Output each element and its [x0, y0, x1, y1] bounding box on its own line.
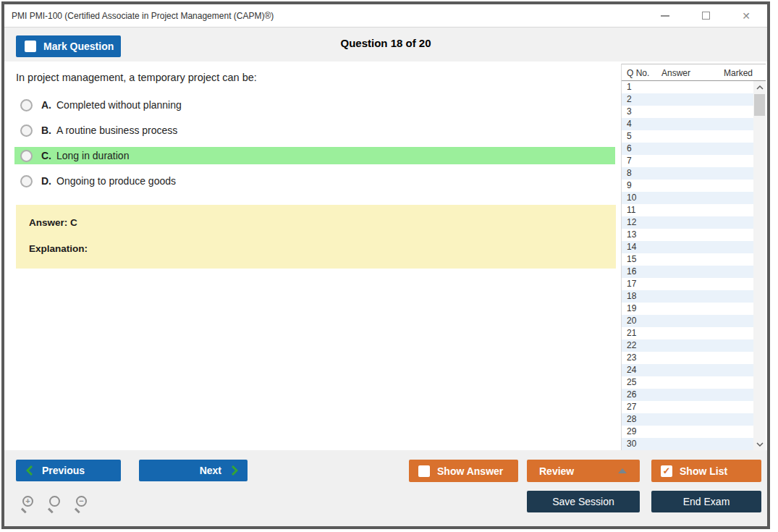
triangle-up-icon — [618, 468, 627, 473]
column-marked: Marked — [724, 68, 753, 78]
list-item[interactable]: 16 — [622, 266, 754, 278]
radio-icon[interactable] — [20, 150, 33, 162]
zoom-tools: + − — [20, 495, 90, 512]
list-item[interactable]: 8 — [622, 167, 754, 180]
question-counter: Question 18 of 20 — [4, 37, 767, 49]
next-button[interactable]: Next — [139, 460, 248, 481]
footer-bar: Previous Next Show Answer Review ✓ Show … — [4, 450, 767, 526]
list-item[interactable]: 25 — [622, 376, 754, 389]
option-text: Completed without planning — [56, 99, 182, 111]
show-answer-checkbox[interactable] — [418, 465, 430, 477]
chevron-right-icon — [232, 465, 238, 476]
list-item[interactable]: 3 — [622, 106, 754, 118]
list-item[interactable]: 26 — [622, 389, 754, 401]
radio-icon[interactable] — [20, 175, 33, 187]
list-item[interactable]: 9 — [622, 180, 754, 192]
list-item[interactable]: 18 — [622, 290, 754, 303]
zoom-out-icon[interactable]: − — [73, 495, 90, 512]
list-item[interactable]: 12 — [622, 216, 754, 229]
list-item[interactable]: 13 — [622, 229, 754, 241]
close-icon: ✕ — [742, 11, 750, 21]
list-item[interactable]: 23 — [622, 352, 754, 364]
question-list-panel: Q No. Answer Marked 12345678910111213141… — [621, 64, 766, 450]
chevron-left-icon — [26, 465, 33, 476]
option-text: Long in duration — [56, 150, 129, 161]
list-item[interactable]: 30 — [622, 438, 754, 450]
list-item[interactable]: 21 — [622, 327, 754, 339]
answer-box: Answer: C Explanation: — [16, 205, 616, 269]
maximize-icon — [702, 12, 710, 20]
question-list-scrollbar[interactable] — [753, 81, 766, 450]
explanation-label: Explanation: — [29, 243, 603, 254]
zoom-in-icon[interactable]: + — [20, 495, 37, 512]
app-window: PMI PMI-100 (Certified Associate in Proj… — [1, 1, 770, 529]
previous-label: Previous — [42, 465, 85, 476]
window-controls: ✕ — [657, 8, 754, 24]
review-label: Review — [539, 465, 574, 477]
list-item[interactable]: 29 — [622, 426, 754, 438]
answer-label: Answer: C — [29, 217, 603, 228]
option-a[interactable]: A. Completed without planning — [14, 96, 615, 114]
column-qno: Q No. — [627, 68, 649, 78]
list-item[interactable]: 24 — [622, 364, 754, 376]
end-exam-label: End Exam — [683, 496, 730, 507]
list-item[interactable]: 7 — [622, 155, 754, 167]
show-answer-label: Show Answer — [437, 465, 503, 477]
list-item[interactable]: 17 — [622, 278, 754, 290]
list-item[interactable]: 27 — [622, 401, 754, 413]
radio-icon[interactable] — [20, 124, 33, 137]
question-text: In project management, a temporary proje… — [16, 72, 257, 83]
list-item[interactable]: 11 — [622, 204, 754, 216]
option-d[interactable]: D. Ongoing to produce goods — [14, 172, 615, 190]
options-list: A. Completed without planning B. A routi… — [14, 96, 615, 198]
option-c[interactable]: C. Long in duration — [14, 147, 615, 164]
list-item[interactable]: 22 — [622, 339, 754, 352]
list-item[interactable]: 19 — [622, 303, 754, 315]
option-letter: C. — [41, 150, 51, 161]
list-item[interactable]: 1 — [622, 81, 754, 93]
previous-button[interactable]: Previous — [16, 460, 121, 481]
list-item[interactable]: 15 — [622, 253, 754, 266]
scrollbar-thumb[interactable] — [754, 94, 765, 116]
option-letter: A. — [41, 99, 51, 111]
scroll-down-icon[interactable] — [753, 438, 766, 450]
question-list-body: 1234567891011121314151617181920212223242… — [622, 81, 754, 450]
end-exam-button[interactable]: End Exam — [651, 491, 761, 512]
list-item[interactable]: 6 — [622, 143, 754, 155]
show-list-button[interactable]: ✓ Show List — [651, 460, 761, 482]
show-list-label: Show List — [680, 465, 727, 477]
header-strip: Mark Question Question 18 of 20 — [4, 28, 767, 62]
scroll-up-icon[interactable] — [753, 81, 766, 93]
close-button[interactable]: ✕ — [738, 8, 754, 24]
save-session-button[interactable]: Save Session — [527, 491, 640, 512]
list-item[interactable]: 28 — [622, 413, 754, 426]
save-session-label: Save Session — [552, 496, 614, 507]
zoom-reset-icon[interactable] — [46, 495, 64, 512]
option-text: Ongoing to produce goods — [56, 175, 176, 187]
column-answer: Answer — [661, 68, 690, 78]
list-item[interactable]: 10 — [622, 192, 754, 204]
list-item[interactable]: 20 — [622, 315, 754, 327]
list-item[interactable]: 2 — [622, 93, 754, 106]
minimize-icon — [661, 15, 669, 17]
option-b[interactable]: B. A routine business process — [14, 122, 615, 139]
list-item[interactable]: 5 — [622, 130, 754, 143]
show-answer-button[interactable]: Show Answer — [409, 460, 518, 482]
option-letter: B. — [41, 124, 51, 136]
list-item[interactable]: 14 — [622, 241, 754, 253]
list-item[interactable]: 4 — [622, 118, 754, 130]
option-letter: D. — [41, 175, 51, 187]
window-title: PMI PMI-100 (Certified Associate in Proj… — [4, 11, 657, 21]
title-bar: PMI PMI-100 (Certified Associate in Proj… — [4, 4, 767, 28]
radio-icon[interactable] — [20, 99, 33, 111]
option-text: A routine business process — [56, 124, 177, 136]
question-list-header: Q No. Answer Marked — [622, 64, 766, 81]
show-list-checkbox[interactable]: ✓ — [661, 465, 672, 477]
review-button[interactable]: Review — [527, 460, 640, 482]
maximize-button[interactable] — [698, 8, 714, 24]
minimize-button[interactable] — [657, 8, 673, 24]
next-label: Next — [200, 465, 221, 476]
